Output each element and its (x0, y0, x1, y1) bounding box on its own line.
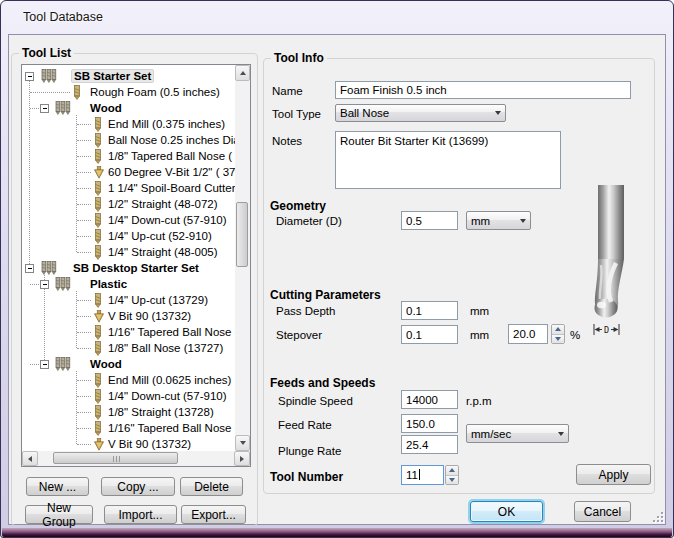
tree-item[interactable]: Wood (22, 100, 235, 116)
tree-connector-line (77, 332, 91, 333)
import-button[interactable]: Import... (104, 505, 177, 524)
tree-item[interactable]: 1/4" Down-cut (57-910) (22, 212, 235, 228)
tree-rows: SB Starter SetRough Foam (0.5 inches)Woo… (22, 65, 235, 451)
tree-connector-line (77, 444, 91, 445)
tree-item-label: 1/4" Up-cut (52-910) (106, 229, 214, 243)
tool-group-icon (55, 101, 71, 116)
feed-rate-label: Feed Rate (278, 419, 332, 431)
tree-item[interactable]: 1 1/4" Spoil-Board Cutter ( (22, 180, 235, 196)
tree-item[interactable]: End Mill (0.0625 inches) (22, 372, 235, 388)
scroll-right-button[interactable] (234, 451, 250, 466)
tree-item-label: Ball Nose 0.25 inches Dia (106, 133, 235, 147)
tool-tree[interactable]: SB Starter SetRough Foam (0.5 inches)Woo… (21, 64, 251, 467)
stepover-percent-input[interactable] (508, 324, 548, 344)
tree-connector-line (77, 204, 91, 205)
tree-item[interactable]: Ball Nose 0.25 inches Dia (22, 132, 235, 148)
tool-number-value: 11 (406, 469, 418, 481)
tree-item[interactable]: Plastic (22, 276, 235, 292)
stepover-input[interactable] (401, 325, 458, 344)
chevron-down-icon (520, 219, 526, 223)
tree-item[interactable]: 1/8" Straight (13728) (22, 404, 235, 420)
tree-item[interactable]: 1/8" Ball Nose (13727) (22, 340, 235, 356)
tree-item-label: V Bit 90 (13732) (106, 309, 193, 323)
tool-number-input[interactable]: 11 (401, 465, 444, 485)
tree-item[interactable]: End Mill (0.375 inches) (22, 116, 235, 132)
tree-item[interactable]: V Bit 90 (13732) (22, 436, 235, 451)
tree-connector-line (30, 92, 70, 93)
cancel-button[interactable]: Cancel (574, 501, 631, 522)
stepover-percent-units: % (570, 329, 580, 341)
ok-button[interactable]: OK (470, 501, 543, 522)
tree-item-label: 1/16" Tapered Ball Nose (1 (106, 325, 235, 339)
plunge-rate-label: Plunge Rate (278, 445, 341, 457)
tree-connector-line (77, 156, 91, 157)
tree-vertical-scrollbar[interactable] (235, 65, 250, 451)
tool-list-label: Tool List (19, 46, 74, 60)
expand-collapse-toggle[interactable] (25, 264, 34, 273)
chevron-down-icon (495, 111, 501, 115)
expand-collapse-toggle[interactable] (40, 280, 49, 289)
tree-item-label: 1 1/4" Spoil-Board Cutter ( (106, 181, 235, 195)
drill-bit-tool-icon (72, 85, 88, 100)
tree-item[interactable]: 1/4" Up-cut (13729) (22, 292, 235, 308)
tree-item[interactable]: 1/4" Straight (48-005) (22, 244, 235, 260)
tree-connector-line (30, 364, 39, 365)
tree-item[interactable]: Rough Foam (0.5 inches) (22, 84, 235, 100)
resize-grip[interactable] (653, 512, 663, 522)
apply-button[interactable]: Apply (576, 464, 651, 485)
stepover-percent-spinner[interactable] (551, 324, 565, 344)
tool-type-select[interactable]: Ball Nose (335, 104, 506, 122)
diameter-input[interactable] (401, 211, 458, 230)
name-input[interactable] (335, 81, 631, 99)
plunge-rate-input[interactable] (401, 435, 458, 454)
new-tool-button[interactable]: New ... (26, 477, 89, 496)
scroll-down-button[interactable] (235, 435, 250, 451)
tree-item[interactable]: 1/16" Tapered Ball Nose (1 (22, 324, 235, 340)
tree-item-label: Wood (88, 357, 124, 371)
tree-item-label: SB Desktop Starter Set (71, 261, 201, 275)
tool-group-icon (41, 69, 57, 84)
new-group-button[interactable]: New Group (25, 505, 93, 524)
tree-item[interactable]: SB Starter Set (22, 68, 235, 84)
spindle-speed-input[interactable] (401, 390, 458, 409)
tree-item[interactable]: 1/2" Straight (48-072) (22, 196, 235, 212)
vertical-scroll-thumb[interactable] (236, 202, 248, 267)
tree-item[interactable]: 60 Degree V-Bit 1/2" ( 37- (22, 164, 235, 180)
chevron-down-icon (558, 432, 564, 436)
tool-number-spinner[interactable] (445, 465, 459, 485)
tool-group-icon (55, 277, 71, 292)
scroll-left-button[interactable] (22, 451, 38, 466)
expand-collapse-toggle[interactable] (40, 104, 49, 113)
spin-down-button[interactable] (552, 334, 564, 344)
tree-item[interactable]: V Bit 90 (13732) (22, 308, 235, 324)
scroll-up-button[interactable] (235, 65, 250, 81)
tree-item[interactable]: 1/4" Down-cut (57-910) (22, 388, 235, 404)
spin-up-button[interactable] (552, 325, 564, 334)
tree-item[interactable]: 1/4" Up-cut (52-910) (22, 228, 235, 244)
spin-up-button[interactable] (446, 466, 458, 475)
spin-down-button[interactable] (446, 475, 458, 485)
expand-collapse-toggle[interactable] (25, 72, 34, 81)
tree-item-label: Wood (88, 101, 124, 115)
feed-rate-input[interactable] (401, 414, 458, 433)
tree-item[interactable]: Wood (22, 356, 235, 372)
delete-tool-button[interactable]: Delete (180, 477, 243, 496)
horizontal-scroll-thumb[interactable] (53, 452, 178, 464)
notes-textarea[interactable]: Router Bit Starter Kit (13699) (335, 131, 561, 189)
tree-item-label: 60 Degree V-Bit 1/2" ( 37- (106, 165, 235, 179)
tree-item[interactable]: SB Desktop Starter Set (22, 260, 235, 276)
tree-horizontal-scrollbar[interactable] (22, 451, 250, 466)
tree-item[interactable]: 1/8" Tapered Ball Nose ( 7 (22, 148, 235, 164)
tool-group-icon (55, 357, 71, 372)
tree-item-label: 1/2" Straight (48-072) (106, 197, 220, 211)
expand-collapse-toggle[interactable] (40, 360, 49, 369)
tree-item[interactable]: 1/16" Tapered Ball Nose (1 (22, 420, 235, 436)
spindle-speed-label: Spindle Speed (278, 395, 353, 407)
diameter-units-select[interactable]: mm (466, 211, 531, 230)
pass-depth-input[interactable] (401, 301, 458, 320)
rate-units-select[interactable]: mm/sec (466, 424, 569, 443)
copy-tool-button[interactable]: Copy ... (101, 477, 175, 496)
export-button[interactable]: Export... (181, 505, 246, 524)
arrow-down-icon (449, 478, 455, 482)
ball-nose-bit-image: D (586, 179, 638, 341)
